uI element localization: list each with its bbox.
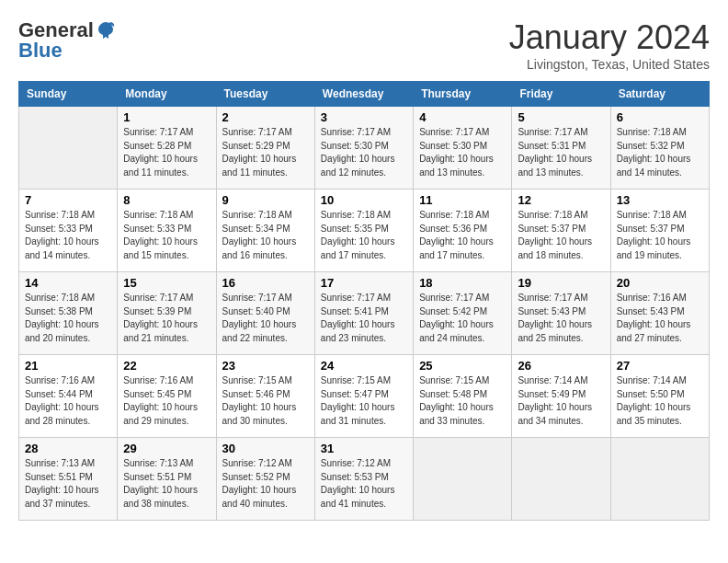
day-number: 28	[25, 442, 111, 455]
day-number: 14	[25, 276, 111, 290]
month-title: January 2024	[509, 18, 710, 57]
calendar-cell: 30Sunrise: 7:12 AMSunset: 5:52 PMDayligh…	[216, 438, 314, 521]
logo-bird-icon	[96, 20, 116, 40]
day-number: 5	[518, 110, 604, 124]
header-saturday: Saturday	[610, 82, 709, 107]
day-info: Sunrise: 7:16 AMSunset: 5:44 PMDaylight:…	[25, 374, 111, 428]
day-info: Sunrise: 7:15 AMSunset: 5:48 PMDaylight:…	[419, 374, 506, 428]
day-info: Sunrise: 7:17 AMSunset: 5:43 PMDaylight:…	[518, 292, 604, 345]
header-monday: Monday	[118, 82, 216, 107]
calendar-cell: 20Sunrise: 7:16 AMSunset: 5:43 PMDayligh…	[610, 272, 709, 355]
calendar-week-row: 14Sunrise: 7:18 AMSunset: 5:38 PMDayligh…	[19, 272, 710, 355]
day-info: Sunrise: 7:12 AMSunset: 5:53 PMDaylight:…	[321, 457, 407, 511]
day-number: 10	[321, 193, 407, 207]
day-info: Sunrise: 7:18 AMSunset: 5:33 PMDaylight:…	[123, 209, 210, 262]
day-number: 26	[518, 359, 604, 373]
calendar-cell: 15Sunrise: 7:17 AMSunset: 5:39 PMDayligh…	[118, 272, 216, 355]
day-info: Sunrise: 7:17 AMSunset: 5:31 PMDaylight:…	[518, 126, 604, 179]
day-info: Sunrise: 7:16 AMSunset: 5:43 PMDaylight:…	[617, 292, 703, 345]
calendar-cell: 14Sunrise: 7:18 AMSunset: 5:38 PMDayligh…	[19, 272, 118, 355]
day-info: Sunrise: 7:18 AMSunset: 5:33 PMDaylight:…	[25, 209, 111, 262]
calendar-week-row: 7Sunrise: 7:18 AMSunset: 5:33 PMDaylight…	[19, 190, 710, 272]
day-number: 27	[617, 359, 703, 373]
header-wednesday: Wednesday	[314, 82, 413, 107]
calendar-cell: 28Sunrise: 7:13 AMSunset: 5:51 PMDayligh…	[19, 438, 118, 521]
calendar-cell: 24Sunrise: 7:15 AMSunset: 5:47 PMDayligh…	[314, 355, 413, 438]
calendar-cell: 22Sunrise: 7:16 AMSunset: 5:45 PMDayligh…	[118, 355, 216, 438]
location: Livingston, Texas, United States	[509, 57, 710, 72]
day-number: 13	[617, 193, 703, 207]
calendar-week-row: 21Sunrise: 7:16 AMSunset: 5:44 PMDayligh…	[19, 355, 710, 438]
day-info: Sunrise: 7:17 AMSunset: 5:28 PMDaylight:…	[123, 126, 210, 179]
day-number: 11	[419, 193, 506, 207]
header-friday: Friday	[512, 82, 610, 107]
day-info: Sunrise: 7:18 AMSunset: 5:34 PMDaylight:…	[222, 209, 309, 262]
day-info: Sunrise: 7:14 AMSunset: 5:50 PMDaylight:…	[617, 374, 703, 428]
day-info: Sunrise: 7:16 AMSunset: 5:45 PMDaylight:…	[123, 374, 210, 428]
calendar-cell: 2Sunrise: 7:17 AMSunset: 5:29 PMDaylight…	[216, 107, 314, 190]
calendar-cell: 19Sunrise: 7:17 AMSunset: 5:43 PMDayligh…	[512, 272, 610, 355]
day-info: Sunrise: 7:17 AMSunset: 5:41 PMDaylight:…	[321, 292, 407, 345]
calendar-table: SundayMondayTuesdayWednesdayThursdayFrid…	[18, 81, 710, 521]
day-info: Sunrise: 7:17 AMSunset: 5:30 PMDaylight:…	[321, 126, 407, 179]
logo-blue-text: Blue	[18, 39, 63, 63]
day-number: 25	[419, 359, 506, 373]
logo: General Blue	[18, 18, 116, 63]
calendar-cell: 11Sunrise: 7:18 AMSunset: 5:36 PMDayligh…	[414, 190, 512, 272]
day-number: 19	[518, 276, 604, 290]
calendar-week-row: 1Sunrise: 7:17 AMSunset: 5:28 PMDaylight…	[19, 107, 710, 190]
day-info: Sunrise: 7:18 AMSunset: 5:32 PMDaylight:…	[617, 126, 703, 179]
day-number: 7	[25, 193, 111, 207]
day-number: 31	[321, 442, 407, 455]
day-info: Sunrise: 7:13 AMSunset: 5:51 PMDaylight:…	[25, 457, 111, 511]
day-info: Sunrise: 7:13 AMSunset: 5:51 PMDaylight:…	[123, 457, 210, 511]
day-number: 16	[222, 276, 309, 290]
calendar-cell: 17Sunrise: 7:17 AMSunset: 5:41 PMDayligh…	[314, 272, 413, 355]
day-number: 3	[321, 110, 407, 124]
calendar-cell: 21Sunrise: 7:16 AMSunset: 5:44 PMDayligh…	[19, 355, 118, 438]
day-number: 18	[419, 276, 506, 290]
day-number: 9	[222, 193, 309, 207]
calendar-cell	[414, 438, 512, 521]
calendar-cell: 6Sunrise: 7:18 AMSunset: 5:32 PMDaylight…	[610, 107, 709, 190]
day-number: 4	[419, 110, 506, 124]
day-number: 24	[321, 359, 407, 373]
calendar-cell: 12Sunrise: 7:18 AMSunset: 5:37 PMDayligh…	[512, 190, 610, 272]
day-number: 8	[123, 193, 210, 207]
day-number: 21	[25, 359, 111, 373]
calendar-cell	[19, 107, 118, 190]
day-info: Sunrise: 7:18 AMSunset: 5:36 PMDaylight:…	[419, 209, 506, 262]
calendar-header-row: SundayMondayTuesdayWednesdayThursdayFrid…	[19, 82, 710, 107]
calendar-cell: 13Sunrise: 7:18 AMSunset: 5:37 PMDayligh…	[610, 190, 709, 272]
calendar-cell: 3Sunrise: 7:17 AMSunset: 5:30 PMDaylight…	[314, 107, 413, 190]
day-info: Sunrise: 7:17 AMSunset: 5:39 PMDaylight:…	[123, 292, 210, 345]
day-info: Sunrise: 7:14 AMSunset: 5:49 PMDaylight:…	[518, 374, 604, 428]
calendar-cell: 29Sunrise: 7:13 AMSunset: 5:51 PMDayligh…	[118, 438, 216, 521]
day-info: Sunrise: 7:18 AMSunset: 5:35 PMDaylight:…	[321, 209, 407, 262]
day-info: Sunrise: 7:17 AMSunset: 5:40 PMDaylight:…	[222, 292, 309, 345]
calendar-cell: 4Sunrise: 7:17 AMSunset: 5:30 PMDaylight…	[414, 107, 512, 190]
day-number: 1	[123, 110, 210, 124]
header-thursday: Thursday	[414, 82, 512, 107]
day-number: 15	[123, 276, 210, 290]
day-info: Sunrise: 7:18 AMSunset: 5:37 PMDaylight:…	[617, 209, 703, 262]
calendar-cell	[512, 438, 610, 521]
header-sunday: Sunday	[19, 82, 118, 107]
calendar-cell: 7Sunrise: 7:18 AMSunset: 5:33 PMDaylight…	[19, 190, 118, 272]
day-number: 17	[321, 276, 407, 290]
page-header: General Blue January 2024 Livingston, Te…	[18, 18, 710, 72]
calendar-week-row: 28Sunrise: 7:13 AMSunset: 5:51 PMDayligh…	[19, 438, 710, 521]
calendar-cell: 23Sunrise: 7:15 AMSunset: 5:46 PMDayligh…	[216, 355, 314, 438]
title-block: January 2024 Livingston, Texas, United S…	[509, 18, 710, 72]
day-number: 30	[222, 442, 309, 455]
day-info: Sunrise: 7:17 AMSunset: 5:29 PMDaylight:…	[222, 126, 309, 179]
calendar-cell: 16Sunrise: 7:17 AMSunset: 5:40 PMDayligh…	[216, 272, 314, 355]
calendar-cell: 18Sunrise: 7:17 AMSunset: 5:42 PMDayligh…	[414, 272, 512, 355]
day-info: Sunrise: 7:18 AMSunset: 5:37 PMDaylight:…	[518, 209, 604, 262]
day-number: 12	[518, 193, 604, 207]
day-info: Sunrise: 7:18 AMSunset: 5:38 PMDaylight:…	[25, 292, 111, 345]
calendar-cell: 5Sunrise: 7:17 AMSunset: 5:31 PMDaylight…	[512, 107, 610, 190]
day-number: 6	[617, 110, 703, 124]
calendar-cell: 8Sunrise: 7:18 AMSunset: 5:33 PMDaylight…	[118, 190, 216, 272]
day-info: Sunrise: 7:12 AMSunset: 5:52 PMDaylight:…	[222, 457, 309, 511]
